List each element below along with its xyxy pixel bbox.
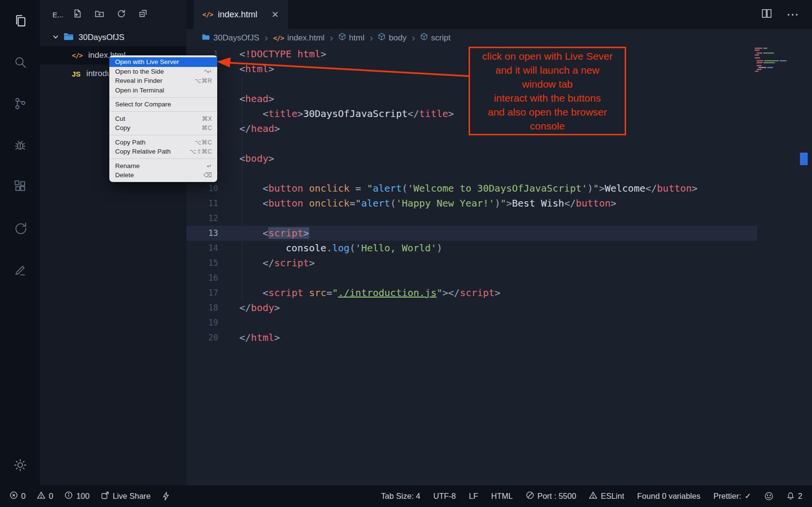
warning-icon [37, 491, 45, 501]
js-file-icon: JS [72, 70, 80, 78]
code-line[interactable]: 16 [186, 271, 757, 286]
explorer-title: E... [52, 11, 64, 19]
annotation-line: interact with the buttons [482, 91, 613, 105]
code-line[interactable]: 15 </script> [186, 256, 757, 271]
status-language[interactable]: HTML [491, 492, 513, 501]
status-port[interactable]: Port : 5500 [526, 491, 576, 501]
breadcrumb-project[interactable]: 30DaysOfJS [202, 33, 259, 43]
menu-item-open-to-the-side[interactable]: Open to the Side^↵ [109, 67, 217, 77]
line-content [218, 136, 239, 151]
menu-item-label: Open to the Side [115, 68, 164, 75]
menu-item-open-with-live-server[interactable]: Open with Live Server [109, 57, 217, 67]
split-editor-icon[interactable] [761, 9, 772, 20]
breadcrumb-file[interactable]: </> index.html [273, 33, 325, 43]
status-errors[interactable]: 0 [10, 491, 26, 501]
breadcrumb-separator: › [330, 32, 333, 43]
status-live-share[interactable]: Live Share [101, 491, 151, 501]
line-content: <script> [218, 226, 309, 241]
line-content: <body> [218, 151, 274, 166]
breadcrumb-symbol-html[interactable]: html [339, 33, 365, 43]
run-debug-icon[interactable] [0, 124, 40, 166]
code-line[interactable]: 13 <script> [186, 226, 757, 241]
lightning-icon[interactable] [162, 492, 170, 501]
status-encoding[interactable]: UTF-8 [433, 492, 456, 501]
tab-bar: </> index.html × ⋯ [186, 0, 812, 29]
line-content: <title>30DaysOfJavaScript</title> [218, 106, 454, 121]
settings-gear-icon[interactable] [0, 457, 40, 473]
source-control-icon[interactable] [0, 83, 40, 124]
menu-item-delete[interactable]: Delete⌫ [109, 170, 217, 180]
folder-root-label: 30DaysOfJS [79, 33, 124, 42]
menu-item-shortcut: ⌥⌘R [195, 77, 212, 84]
line-content: </script> [218, 256, 315, 271]
line-content [218, 166, 239, 181]
line-number: 20 [186, 330, 218, 345]
minimap[interactable] [755, 47, 799, 72]
menu-item-copy[interactable]: Copy⌘C [109, 123, 217, 133]
code-line[interactable]: 10 <button onclick = "alert('Welcome to … [186, 181, 757, 196]
menu-item-shortcut: ⌥⌘C [195, 139, 212, 146]
status-warnings[interactable]: 0 [37, 491, 53, 501]
status-notifications[interactable]: 2 [786, 491, 802, 502]
tab-label: index.html [218, 10, 257, 20]
code-line[interactable]: 14 console.log('Hello, World') [186, 241, 757, 256]
menu-item-copy-path[interactable]: Copy Path⌥⌘C [109, 138, 217, 147]
annotation-line: console [482, 119, 613, 133]
breadcrumb: 30DaysOfJS › </> index.html › html › bod… [186, 29, 812, 47]
status-tab-size[interactable]: Tab Size: 4 [381, 492, 420, 501]
code-line[interactable]: 12 [186, 211, 757, 226]
pen-icon[interactable] [0, 248, 40, 290]
menu-item-copy-relative-path[interactable]: Copy Relative Path⌥⇧⌘C [109, 147, 217, 156]
line-number: 17 [186, 286, 218, 300]
code-line[interactable]: 7 [186, 136, 757, 151]
html-file-icon: </> [202, 11, 213, 18]
symbol-cube-icon [420, 33, 428, 43]
menu-item-open-in-terminal[interactable]: Open in Terminal [109, 86, 217, 95]
scrollbar-marker[interactable] [800, 153, 808, 165]
menu-item-cut[interactable]: Cut⌘X [109, 114, 217, 124]
line-content: <html> [218, 62, 274, 77]
menu-item-label: Copy [115, 124, 131, 131]
symbol-cube-icon [378, 33, 385, 43]
line-content: <script src="./introduction.js"></script… [218, 286, 500, 300]
breadcrumb-symbol-script[interactable]: script [420, 33, 451, 43]
menu-item-label: Open with Live Server [115, 58, 179, 65]
feedback-smiley-icon[interactable] [764, 492, 773, 501]
search-icon[interactable] [0, 41, 40, 83]
explorer-icon[interactable] [0, 0, 40, 41]
tab-index-html[interactable]: </> index.html × [194, 0, 288, 29]
more-actions-icon[interactable]: ⋯ [786, 7, 799, 22]
annotation-line: and it will launch a new [482, 63, 613, 77]
menu-item-reveal-in-finder[interactable]: Reveal in Finder⌥⌘R [109, 76, 217, 86]
code-line[interactable]: 9 [186, 166, 757, 181]
status-info[interactable]: 100 [65, 491, 90, 501]
close-icon[interactable]: × [272, 9, 278, 20]
annotation-line: window tab [482, 77, 613, 91]
new-folder-icon[interactable] [95, 9, 104, 20]
code-line[interactable]: 8<body> [186, 151, 757, 166]
code-line[interactable]: 19 [186, 315, 757, 330]
status-eslint[interactable]: ESLint [589, 491, 624, 501]
line-number: 11 [186, 196, 218, 211]
collapse-all-icon[interactable] [139, 9, 147, 20]
status-eol[interactable]: LF [469, 492, 478, 501]
status-prettier[interactable]: Prettier: ✓ [713, 492, 751, 501]
circle-arrow-icon[interactable] [0, 207, 40, 248]
menu-item-rename[interactable]: Rename↵ [109, 161, 217, 171]
menu-item-label: Copy Path [115, 139, 145, 146]
line-number: 10 [186, 181, 218, 196]
code-line[interactable]: 18</body> [186, 300, 757, 315]
live-share-icon [101, 491, 109, 501]
code-line[interactable]: 17 <script src="./introduction.js"></scr… [186, 286, 757, 300]
line-content: <button onclick = "alert('Welcome to 30D… [218, 181, 697, 196]
menu-item-select-for-compare[interactable]: Select for Compare [109, 100, 217, 109]
extensions-icon[interactable] [0, 166, 40, 207]
folder-row-root[interactable]: 30DaysOfJS [40, 29, 186, 46]
code-line[interactable]: 20</html> [186, 330, 757, 345]
status-variables[interactable]: Found 0 variables [637, 492, 700, 501]
breadcrumb-symbol-body[interactable]: body [378, 33, 406, 43]
new-file-icon[interactable] [73, 9, 82, 20]
code-line[interactable]: 11 <button onclick="alert('Happy New Yea… [186, 196, 757, 211]
eslint-warning-icon [589, 491, 597, 501]
refresh-icon[interactable] [117, 9, 126, 20]
